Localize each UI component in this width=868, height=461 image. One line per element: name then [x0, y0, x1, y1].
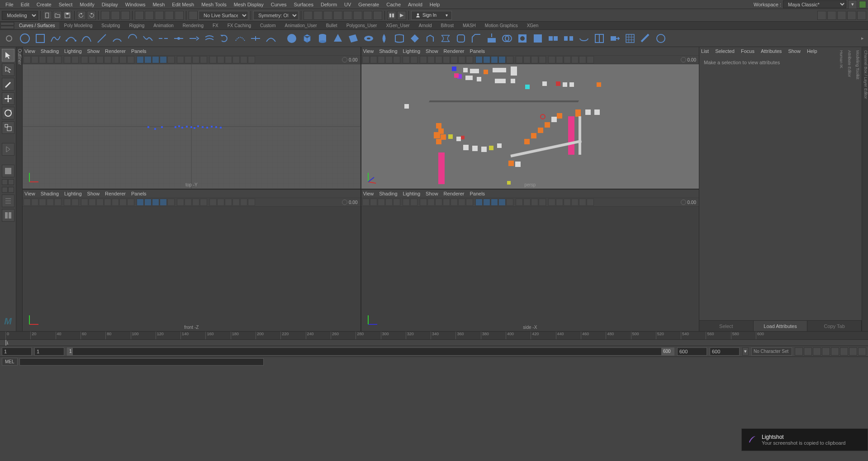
step-back-button[interactable]	[813, 347, 821, 356]
vp-tool[interactable]	[81, 56, 88, 63]
vp-tool[interactable]	[548, 56, 555, 63]
snap-point-button[interactable]	[155, 11, 164, 20]
vp-tool[interactable]	[192, 199, 199, 206]
vp-tool[interactable]	[119, 199, 127, 206]
vp-tool[interactable]	[483, 199, 490, 206]
anim-start-input[interactable]	[2, 347, 32, 356]
viewport-top-canvas[interactable]: top -Y	[23, 64, 360, 189]
paint-select-tool[interactable]	[2, 78, 14, 90]
attr-menu-show[interactable]: Show	[788, 48, 801, 54]
cmd-language-label[interactable]: MEL	[2, 358, 18, 366]
vp-tool[interactable]	[225, 199, 232, 206]
snap-grid-button[interactable]	[135, 11, 144, 20]
attr-menu-focus[interactable]: Focus	[741, 48, 754, 54]
tab-human-ik[interactable]: Human IK	[839, 49, 844, 331]
vp-tool[interactable]	[96, 56, 104, 63]
snap-plane-button[interactable]	[165, 11, 174, 20]
viewport-persp-canvas[interactable]: persp	[361, 64, 699, 189]
menu-mesh-tools[interactable]: Mesh Tools	[198, 1, 230, 8]
surface-edit-icon[interactable]	[654, 32, 668, 45]
select-by-object-button[interactable]	[101, 11, 110, 20]
vp-menu-view[interactable]: View	[363, 191, 374, 196]
notification-toast[interactable]: Lightshot Your screenshot is copied to c…	[741, 428, 868, 451]
vp-tool[interactable]	[539, 199, 546, 206]
vp-tool[interactable]	[403, 199, 410, 206]
attr-load-button[interactable]: Load Attributes	[754, 321, 808, 331]
shelf-tab-xgen-user[interactable]: XGen_User	[381, 22, 414, 29]
step-forward-key-button[interactable]	[849, 347, 857, 356]
offset-curve-icon[interactable]	[203, 32, 216, 45]
last-tool[interactable]	[2, 143, 14, 156]
menu-generate[interactable]: Generate	[355, 1, 383, 8]
vp-menu-shading[interactable]: Shading	[41, 48, 59, 54]
menu-arnold[interactable]: Arnold	[404, 1, 426, 8]
vp-tool[interactable]	[531, 56, 538, 63]
vp-tool[interactable]	[137, 199, 144, 206]
step-forward-button[interactable]	[840, 347, 848, 356]
render-sequence-button[interactable]	[343, 11, 352, 20]
nurbs-circle-icon[interactable]	[18, 32, 32, 45]
vp-tool[interactable]	[410, 199, 417, 206]
vp-tool[interactable]	[24, 199, 31, 206]
shelf-tab-rigging[interactable]: Rigging	[124, 22, 149, 29]
vp-tool[interactable]	[167, 199, 175, 206]
shelf-tab-animation[interactable]: Animation	[149, 22, 178, 29]
vp-menu-panels[interactable]: Panels	[131, 48, 147, 54]
vp-tool[interactable]	[185, 199, 192, 206]
vp-tool[interactable]	[152, 56, 159, 63]
vp-tool[interactable]	[225, 56, 232, 63]
render-button[interactable]	[313, 11, 323, 20]
trim-icon[interactable]	[516, 32, 529, 45]
shelf-tab-xgen[interactable]: XGen	[522, 22, 543, 29]
vp-tool[interactable]	[475, 199, 483, 206]
make-live-button[interactable]	[189, 11, 198, 20]
vp-tool[interactable]	[127, 199, 134, 206]
birail-icon[interactable]	[439, 32, 452, 45]
vp-tool[interactable]	[539, 56, 546, 63]
sculpt-surfaces-icon[interactable]	[639, 32, 652, 45]
shelf-tab-motion-graphics[interactable]: Motion Graphics	[480, 22, 522, 29]
attr-menu-help[interactable]: Help	[807, 48, 817, 54]
gate-icon[interactable]	[342, 200, 347, 205]
insert-knot-icon[interactable]	[172, 32, 185, 45]
view-four-bl[interactable]	[2, 187, 8, 193]
menu-uv[interactable]: UV	[341, 1, 355, 8]
vp-tool[interactable]	[71, 199, 79, 206]
vp-tool[interactable]	[420, 199, 427, 206]
snap-live-button[interactable]	[175, 11, 184, 20]
vp-tool[interactable]	[548, 199, 555, 206]
vp-tool[interactable]	[516, 199, 523, 206]
play-end-input[interactable]	[677, 347, 707, 356]
step-back-key-button[interactable]	[804, 347, 812, 356]
vp-menu-panels[interactable]: Panels	[131, 191, 147, 196]
lock-ui-button[interactable]	[859, 1, 866, 8]
vp-menu-view[interactable]: View	[24, 48, 35, 54]
live-surface-select[interactable]: No Live Surface	[199, 11, 248, 20]
nurbs-plane-icon[interactable]	[346, 32, 360, 45]
vp-menu-view[interactable]: View	[24, 191, 35, 196]
shelf-toggle-top[interactable]	[0, 22, 14, 25]
shelf-tab-poly-modeling[interactable]: Poly Modeling	[59, 22, 97, 29]
vp-tool[interactable]	[47, 199, 54, 206]
vp-menu-shading[interactable]: Shading	[379, 191, 397, 196]
lasso-tool[interactable]	[2, 63, 14, 76]
vp-tool[interactable]	[31, 199, 38, 206]
shelf-tab-arnold[interactable]: Arnold	[414, 22, 436, 29]
vp-menu-renderer[interactable]: Renderer	[105, 48, 126, 54]
shelf-tab-curves-surfaces[interactable]: Curves / Surfaces	[14, 22, 59, 29]
two-point-arc-icon[interactable]	[126, 32, 139, 45]
attr-menu-list[interactable]: List	[701, 48, 709, 54]
tab-attribute-editor[interactable]: Attribute Editor	[847, 49, 852, 331]
detach-curves-icon[interactable]	[157, 32, 170, 45]
vp-tool[interactable]	[483, 56, 490, 63]
menu-cache[interactable]: Cache	[383, 1, 404, 8]
toggle-modeling-toolkit-button[interactable]	[817, 11, 826, 20]
vp-menu-lighting[interactable]: Lighting	[64, 191, 82, 196]
vp-tool[interactable]	[89, 199, 96, 206]
vp-tool[interactable]	[579, 56, 586, 63]
sign-in-button[interactable]: Sign In ▾	[411, 11, 452, 20]
shelf-tab-bifrost[interactable]: Bifrost	[436, 22, 458, 29]
vp-tool[interactable]	[232, 199, 240, 206]
select-by-hierarchy-button[interactable]	[121, 11, 130, 20]
construction-history-button[interactable]	[304, 11, 313, 20]
